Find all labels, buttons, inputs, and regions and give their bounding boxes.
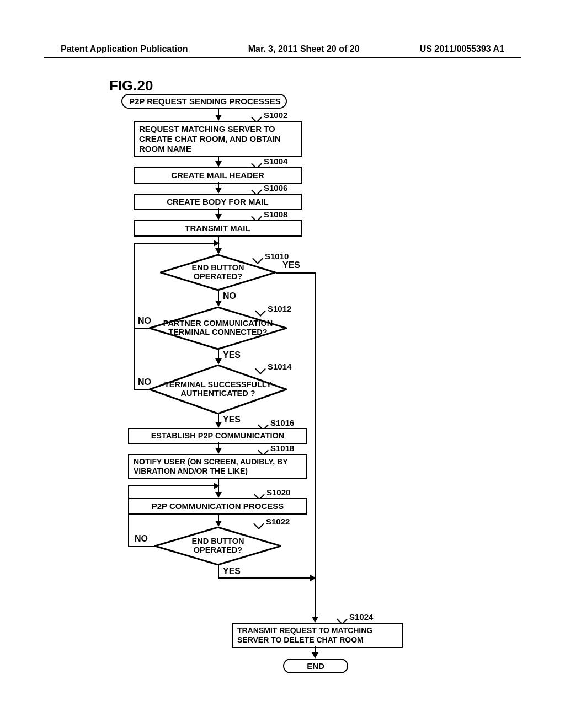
- process-s1016: ESTABLISH P2P COMMUNICATION: [128, 428, 307, 444]
- connector: [134, 342, 135, 389]
- step-tag-s1022: S1022: [266, 517, 290, 526]
- arrow-icon: [215, 188, 222, 194]
- branch-no: NO: [135, 534, 148, 544]
- arrow-icon: [214, 240, 220, 247]
- connector: [218, 565, 219, 577]
- terminator-start: P2P REQUEST SENDING PROCESSES: [121, 94, 287, 109]
- decision-text: END BUTTON OPERATED?: [160, 264, 276, 281]
- branch-yes: YES: [282, 260, 300, 270]
- decision-text: PARTNER COMMUNICATION TERMINAL CONNECTED…: [149, 319, 287, 337]
- step-tag-s1018: S1018: [270, 443, 294, 453]
- arrow-icon: [215, 358, 222, 365]
- process-s1004: CREATE MAIL HEADER: [134, 167, 302, 184]
- header-center: Mar. 3, 2011 Sheet 20 of 20: [248, 44, 360, 54]
- step-tag-s1006: S1006: [264, 183, 287, 192]
- step-tag-s1008: S1008: [264, 210, 287, 219]
- decision-s1022: END BUTTON OPERATED?: [154, 527, 281, 565]
- process-s1018: NOTIFY USER (ON SCREEN, AUDIBLY, BY VIBR…: [128, 454, 307, 479]
- arrow-icon: [215, 248, 222, 254]
- arrow-icon: [214, 483, 220, 489]
- arrow-icon: [215, 115, 222, 121]
- process-s1008: TRANSMIT MAIL: [134, 220, 302, 237]
- arrow-icon: [312, 617, 318, 623]
- flowchart: P2P REQUEST SENDING PROCESSES S1002 REQU…: [110, 94, 452, 700]
- connector: [134, 328, 149, 329]
- header-right: US 2011/0055393 A1: [420, 44, 504, 54]
- branch-yes: YES: [223, 566, 241, 576]
- step-tag-s1020: S1020: [266, 488, 290, 497]
- branch-no: NO: [138, 316, 151, 326]
- connector: [276, 272, 315, 274]
- process-s1006: CREATE BODY FOR MAIL: [134, 194, 302, 210]
- terminator-end: END: [283, 659, 348, 673]
- process-s1024: TRANSMIT REQUEST TO MATCHING SERVER TO D…: [232, 623, 403, 648]
- connector: [218, 577, 315, 579]
- decision-s1014: TERMINAL SUCCESSFULLY AUTHENTICATED ?: [149, 365, 287, 414]
- decision-text: END BUTTON OPERATED?: [154, 537, 281, 555]
- step-tag-s1002: S1002: [264, 110, 287, 120]
- arrow-icon: [215, 521, 222, 527]
- connector: [128, 485, 129, 547]
- step-tag-s1016: S1016: [270, 418, 294, 427]
- connector: [134, 243, 218, 244]
- process-s1020: P2P COMMUNICATION PROCESS: [128, 498, 307, 515]
- connector: [128, 546, 154, 547]
- branch-yes: YES: [223, 415, 241, 425]
- step-tag-s1004: S1004: [264, 157, 287, 166]
- connector: [134, 389, 149, 390]
- connector: [128, 485, 218, 486]
- arrow-icon: [215, 161, 222, 167]
- header-rule: [44, 57, 521, 58]
- step-tag-s1024: S1024: [349, 612, 373, 622]
- arrow-icon: [312, 652, 318, 659]
- decision-text: TERMINAL SUCCESSFULLY AUTHENTICATED ?: [149, 381, 287, 398]
- connector: [315, 272, 316, 619]
- arrow-icon: [215, 448, 222, 454]
- arrow-icon: [215, 214, 222, 220]
- arrow-icon: [215, 301, 222, 307]
- arrow-icon: [215, 492, 222, 498]
- decision-s1012: PARTNER COMMUNICATION TERMINAL CONNECTED…: [149, 307, 287, 350]
- figure-label: FIG.20: [109, 77, 153, 94]
- process-s1002: REQUEST MATCHING SERVER TO CREATE CHAT R…: [134, 121, 302, 157]
- connector: [315, 577, 316, 619]
- patent-header: Patent Application Publication Mar. 3, 2…: [0, 44, 565, 54]
- connector: [134, 243, 135, 342]
- branch-no: NO: [138, 377, 151, 387]
- decision-s1010: END BUTTON OPERATED?: [160, 254, 276, 291]
- header-left: Patent Application Publication: [61, 44, 188, 54]
- branch-yes: YES: [223, 350, 241, 360]
- arrow-icon: [215, 422, 222, 428]
- branch-no: NO: [223, 291, 236, 301]
